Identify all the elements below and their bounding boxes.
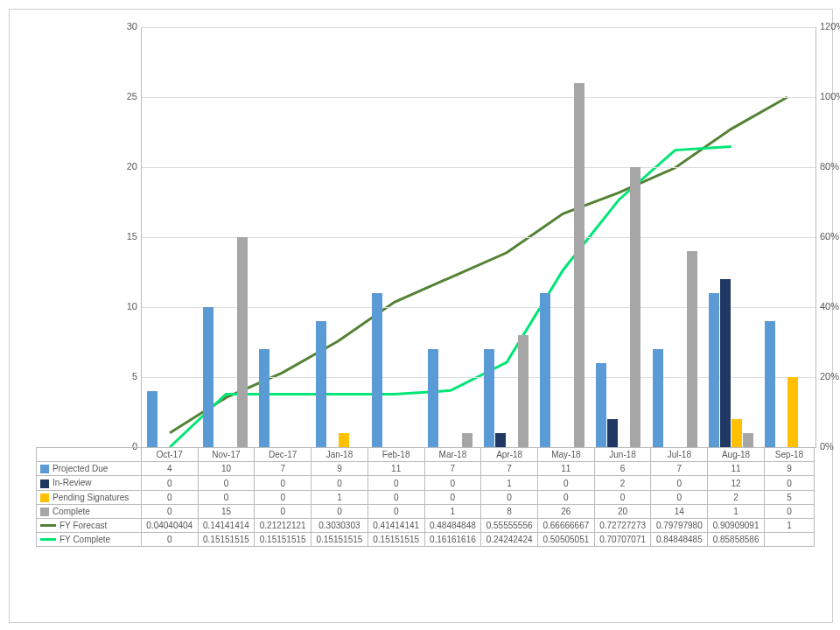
legend-swatch-icon	[40, 465, 49, 473]
data-cell: 0	[141, 505, 198, 519]
data-cell: 0	[368, 490, 424, 504]
data-cell: 0.72727273	[594, 519, 651, 533]
data-cell: 0.90909091	[708, 519, 765, 533]
data-cell: 9	[312, 462, 368, 476]
y-left-tick: 15	[102, 231, 137, 242]
data-cell: 11	[368, 462, 424, 476]
bar-in-review	[720, 279, 731, 447]
data-cell: 0.50505051	[538, 533, 595, 547]
data-cell: 5	[764, 490, 814, 504]
data-cell: 0.14141414	[198, 519, 255, 533]
data-cell: 8	[481, 505, 538, 519]
y-right-tick: 80%	[820, 161, 840, 172]
legend-swatch-icon	[40, 538, 56, 541]
data-cell: 0	[141, 533, 198, 547]
bar-in-review	[607, 419, 618, 447]
data-cell: 2	[594, 476, 651, 490]
category-header: Sep-18	[764, 448, 814, 462]
data-cell: 0	[312, 476, 368, 490]
bar-complete	[743, 433, 753, 447]
data-cell: 0	[764, 505, 814, 519]
data-cell: 10	[198, 462, 255, 476]
data-cell: 7	[255, 462, 312, 476]
data-cell: 20	[594, 505, 651, 519]
legend-label: Projected Due	[52, 464, 108, 473]
bar-projected-due	[540, 293, 550, 447]
category-header: Jan-18	[312, 448, 368, 462]
bar-complete	[518, 335, 528, 447]
bar-complete	[630, 167, 640, 447]
bar-pending-signatures	[339, 433, 349, 447]
data-cell: 0	[481, 490, 538, 504]
bar-complete	[462, 433, 472, 447]
category-header: Apr-18	[481, 448, 538, 462]
data-cell: 11	[708, 462, 765, 476]
data-cell: 1	[764, 519, 814, 533]
data-cell: 0	[651, 476, 708, 490]
data-cell: 0	[594, 490, 651, 504]
bar-projected-due	[316, 321, 326, 447]
data-cell: 0	[255, 490, 312, 504]
category-header: Mar-18	[424, 448, 481, 462]
y-left-tick: 20	[102, 161, 137, 172]
bar-complete	[237, 237, 248, 447]
legend-label: FY Forecast	[60, 521, 107, 530]
data-cell	[764, 533, 814, 547]
bar-projected-due	[596, 363, 606, 447]
plot-area: 00%520%1040%1560%2080%25100%30120%	[141, 27, 816, 448]
data-cell: 7	[651, 462, 708, 476]
y-right-tick: 60%	[820, 231, 840, 242]
data-cell: 14	[651, 505, 708, 519]
category-header: May-18	[538, 448, 595, 462]
data-cell: 0.15151515	[368, 533, 424, 547]
data-cell: 0	[255, 505, 312, 519]
legend-label: Pending Signatures	[52, 493, 129, 502]
bar-projected-due	[709, 293, 719, 447]
data-cell: 0.48484848	[424, 519, 481, 533]
bar-projected-due	[147, 391, 158, 447]
bar-projected-due	[428, 349, 438, 447]
bar-projected-due	[259, 349, 270, 447]
data-cell: 0	[764, 476, 814, 490]
data-cell: 7	[424, 462, 481, 476]
data-cell: 4	[141, 462, 198, 476]
bar-pending-signatures	[788, 377, 798, 447]
line-fy-complete	[170, 147, 732, 447]
bar-projected-due	[372, 293, 382, 447]
data-cell: 0	[538, 490, 595, 504]
legend-label: Complete	[52, 507, 90, 516]
y-left-tick: 25	[102, 91, 137, 102]
data-cell: 0	[424, 490, 481, 504]
data-cell: 0.15151515	[255, 533, 312, 547]
y-left-tick: 30	[102, 21, 137, 32]
data-cell: 0.04040404	[141, 519, 198, 533]
category-header: Dec-17	[255, 448, 312, 462]
bar-complete	[687, 251, 697, 447]
y-left-tick: 10	[102, 301, 137, 312]
data-cell: 0.3030303	[312, 519, 368, 533]
category-header: Jul-18	[651, 448, 708, 462]
data-cell: 0.41414141	[368, 519, 424, 533]
bar-pending-signatures	[732, 419, 742, 447]
legend-label: FY Complete	[60, 535, 110, 544]
bar-projected-due	[765, 321, 775, 447]
category-header: Oct-17	[141, 448, 198, 462]
data-cell: 0	[651, 490, 708, 504]
legend-swatch-icon	[40, 524, 56, 527]
data-cell: 15	[198, 505, 255, 519]
data-table: Oct-17Nov-17Dec-17Jan-18Feb-18Mar-18Apr-…	[36, 447, 815, 547]
data-cell: 1	[312, 490, 368, 504]
category-header: Feb-18	[368, 448, 424, 462]
data-cell: 12	[708, 476, 765, 490]
category-header: Nov-17	[198, 448, 255, 462]
data-cell: 0.70707071	[594, 533, 651, 547]
data-cell: 0	[312, 505, 368, 519]
data-cell: 0.84848485	[651, 533, 708, 547]
legend-label: In-Review	[52, 478, 91, 487]
data-cell: 11	[538, 462, 595, 476]
data-cell: 0	[198, 476, 255, 490]
bar-complete	[574, 83, 584, 447]
y-right-tick: 40%	[820, 301, 840, 312]
legend-swatch-icon	[40, 480, 49, 488]
data-cell: 0	[368, 505, 424, 519]
